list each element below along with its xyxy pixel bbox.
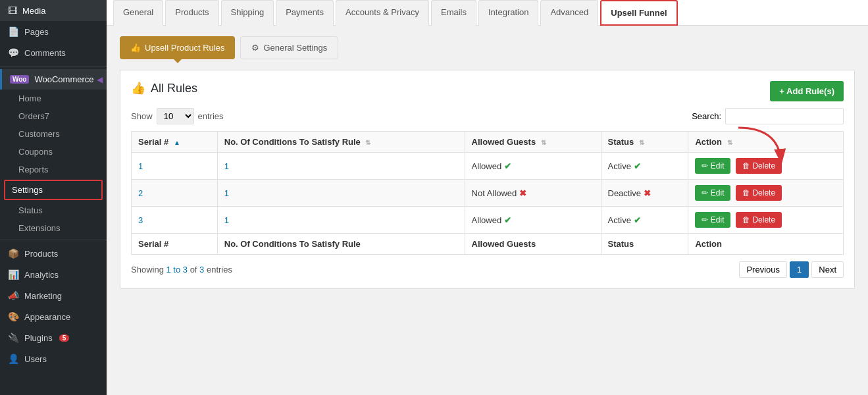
- previous-button[interactable]: Previous: [739, 261, 787, 278]
- cell-action: ✏ Edit 🗑 Delete: [688, 207, 844, 234]
- col-conditions: No. Of Conditions To Satisfy Rule ⇅: [217, 132, 465, 153]
- sidebar-users-label: Users: [24, 354, 47, 364]
- delete-button-2[interactable]: 🗑 Delete: [736, 185, 782, 201]
- sidebar-products-label: Products: [24, 249, 58, 259]
- cell-action: ✏ Edit 🗑 Delete: [688, 180, 844, 207]
- tab-emails[interactable]: Emails: [431, 0, 476, 26]
- sidebar-item-products[interactable]: 📦 Products: [0, 243, 107, 264]
- serial-link[interactable]: 2: [138, 188, 143, 198]
- sidebar-item-woocommerce[interactable]: Woo WooCommerce: [0, 69, 107, 90]
- sidebar-item-analytics[interactable]: 📊 Analytics: [0, 264, 107, 285]
- cell-serial: 3: [132, 207, 218, 234]
- sub-tab-settings-label: General Settings: [263, 43, 327, 53]
- add-rules-button[interactable]: + Add Rule(s): [770, 81, 844, 101]
- cell-allowed-guests: Not Allowed ✖: [465, 180, 601, 207]
- search-input[interactable]: [725, 108, 844, 124]
- next-button[interactable]: Next: [811, 261, 844, 278]
- check-icon: ✔: [504, 215, 511, 225]
- conditions-link[interactable]: 1: [224, 161, 229, 171]
- products-icon: 📦: [8, 248, 19, 259]
- sidebar-item-pages[interactable]: 📄 Pages: [0, 21, 107, 42]
- showing-total: 3: [199, 265, 204, 275]
- conditions-link[interactable]: 1: [224, 188, 229, 198]
- orders-badge: 7: [45, 111, 49, 121]
- conditions-link[interactable]: 1: [224, 215, 229, 225]
- rules-title-icon: 👍: [131, 81, 145, 95]
- customers-label: Customers: [18, 129, 60, 139]
- sub-tab-upsell-label: Upsell Product Rules: [145, 43, 224, 53]
- reports-label: Reports: [18, 165, 49, 174]
- sidebar-item-comments[interactable]: 💬 Comments: [0, 42, 107, 63]
- status-label: Status: [18, 205, 43, 215]
- deactive-cross-icon: ✖: [644, 188, 651, 198]
- sidebar-item-label: Media: [22, 6, 45, 16]
- search-label: Search:: [692, 111, 721, 121]
- plugins-badge: 5: [59, 334, 70, 342]
- sub-tabs: 👍 Upsell Product Rules ⚙ General Setting…: [120, 36, 855, 59]
- delete-button-1[interactable]: 🗑 Delete: [736, 158, 782, 174]
- sidebar-sub-coupons[interactable]: Coupons: [0, 143, 107, 161]
- col-serial: Serial # ▲: [132, 132, 218, 153]
- sidebar-sub-status[interactable]: Status: [0, 201, 107, 219]
- delete-button-3[interactable]: 🗑 Delete: [736, 212, 782, 228]
- sidebar-sub-settings[interactable]: Settings: [4, 180, 103, 200]
- sidebar-item-appearance[interactable]: 🎨 Appearance: [0, 306, 107, 327]
- serial-link[interactable]: 1: [138, 161, 143, 171]
- rules-title-text: All Rules: [151, 82, 197, 95]
- serial-link[interactable]: 3: [138, 215, 143, 225]
- sub-tab-upsell-product-rules[interactable]: 👍 Upsell Product Rules: [120, 36, 235, 59]
- coupons-label: Coupons: [18, 147, 53, 157]
- settings-icon: ⚙: [251, 43, 259, 53]
- col-allowed-guests: Allowed Guests ⇅: [465, 132, 601, 153]
- sort-guests-icon: ⇅: [541, 139, 546, 146]
- pagination: Previous 1 Next: [739, 261, 844, 278]
- col-action: Action ⇅: [688, 132, 844, 153]
- col-status: Status ⇅: [601, 132, 688, 153]
- main-content: General Products Shipping Payments Accou…: [107, 0, 868, 395]
- cross-icon: ✖: [519, 188, 526, 198]
- footer-status: Status: [601, 234, 688, 255]
- edit-button-2[interactable]: ✏ Edit: [695, 185, 730, 201]
- entries-select[interactable]: 10 25 50 100: [157, 108, 194, 124]
- sidebar-sub-extensions[interactable]: Extensions: [0, 219, 107, 237]
- cell-serial: 2: [132, 180, 218, 207]
- media-icon: 🎞: [8, 5, 17, 16]
- home-label: Home: [18, 93, 41, 103]
- cell-allowed-guests: Allowed ✔: [465, 207, 601, 234]
- users-icon: 👤: [8, 354, 19, 364]
- upsell-icon: 👍: [130, 43, 141, 53]
- entries-label: entries: [198, 111, 224, 121]
- cell-status: Active ✔: [601, 207, 688, 234]
- edit-button-3[interactable]: ✏ Edit: [695, 212, 730, 228]
- cell-status: Active ✔: [601, 153, 688, 180]
- sidebar-item-media[interactable]: 🎞 Media: [0, 0, 107, 21]
- active-check-icon: ✔: [634, 215, 641, 225]
- sidebar-item-marketing[interactable]: 📣 Marketing: [0, 285, 107, 306]
- sort-status-icon: ⇅: [639, 139, 644, 146]
- edit-button-1[interactable]: ✏ Edit: [695, 158, 730, 174]
- tab-advanced[interactable]: Advanced: [540, 0, 598, 26]
- tab-products[interactable]: Products: [165, 0, 218, 26]
- orders-label: Orders: [18, 111, 45, 121]
- sidebar-sub-reports[interactable]: Reports: [0, 161, 107, 178]
- showing-range: 1 to 3: [166, 265, 188, 275]
- active-check-icon: ✔: [634, 161, 641, 171]
- sidebar-marketing-label: Marketing: [24, 291, 62, 301]
- sort-conditions-icon: ⇅: [365, 139, 370, 146]
- sidebar: 🎞 Media 📄 Pages 💬 Comments Woo WooCommer…: [0, 0, 107, 395]
- tab-accounts-privacy[interactable]: Accounts & Privacy: [336, 0, 429, 26]
- tab-payments[interactable]: Payments: [276, 0, 334, 26]
- page-1-button[interactable]: 1: [790, 261, 809, 278]
- sidebar-item-label: Comments: [24, 48, 66, 58]
- pages-icon: 📄: [8, 26, 19, 37]
- sub-tab-general-settings[interactable]: ⚙ General Settings: [240, 36, 338, 59]
- tab-shipping[interactable]: Shipping: [221, 0, 274, 26]
- sidebar-item-plugins[interactable]: 🔌 Plugins 5: [0, 327, 107, 348]
- tab-upsell-funnel[interactable]: Upsell Funnel: [600, 0, 677, 26]
- sidebar-sub-orders[interactable]: Orders 7: [0, 107, 107, 125]
- sidebar-sub-customers[interactable]: Customers: [0, 125, 107, 143]
- sidebar-item-users[interactable]: 👤 Users: [0, 348, 107, 369]
- tab-general[interactable]: General: [113, 0, 163, 26]
- tab-integration[interactable]: Integration: [478, 0, 538, 26]
- sidebar-sub-home[interactable]: Home: [0, 90, 107, 107]
